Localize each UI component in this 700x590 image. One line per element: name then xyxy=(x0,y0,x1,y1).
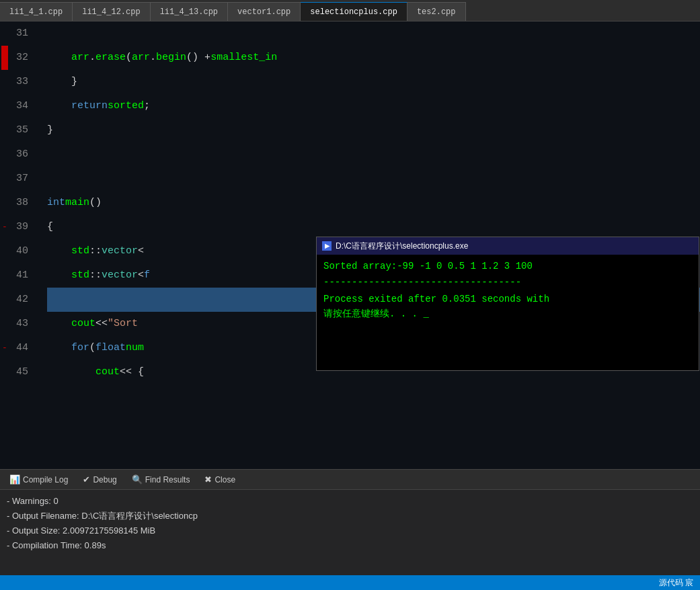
tab-tes2[interactable]: tes2.cpp xyxy=(407,2,466,21)
console-titlebar: ▶ D:\C语言程序设计\selectioncplus.exe xyxy=(317,237,699,255)
code-line-31 xyxy=(47,22,700,46)
code-line-37 xyxy=(47,167,700,191)
find-icon: 🔍 xyxy=(132,474,143,484)
code-line-32: arr.erase(arr.begin() + smallest_in xyxy=(47,46,700,70)
tab-li1-4-12[interactable]: li1_4_12.cpp xyxy=(73,2,150,21)
tab-selectioncplus[interactable]: selectioncplus.cpp xyxy=(301,2,407,21)
editor-area: 31 32 33 34 35 36 37 38 - 39 40 41 42 43… xyxy=(0,22,700,505)
debug-label: Debug xyxy=(93,475,116,484)
tab-li1-4-13[interactable]: li1_4_13.cpp xyxy=(151,2,228,21)
console-icon: ▶ xyxy=(322,241,332,251)
line-num-38: 38 xyxy=(0,191,34,215)
bottom-content: - Warnings: 0 - Output Filename: D:\C语言程… xyxy=(0,490,700,557)
line-num-44: - 44 xyxy=(0,336,34,360)
console-output-3: 请按任意键继续. . . _ xyxy=(323,306,692,321)
line-num-40: 40 xyxy=(0,239,34,263)
status-bar: 源代码 宸 xyxy=(0,575,700,590)
close-label: Close xyxy=(215,475,235,484)
code-line-39: { xyxy=(47,215,700,239)
code-line-34: return sorted; xyxy=(47,94,700,118)
console-title: D:\C语言程序设计\selectioncplus.exe xyxy=(336,241,468,252)
line-num-31: 31 xyxy=(0,22,34,46)
log-line-1: - Warnings: 0 xyxy=(7,494,693,509)
tab-li1-4-1[interactable]: li1_4_1.cpp xyxy=(0,2,73,21)
line-num-36: 36 xyxy=(0,142,34,167)
line-num-43: 43 xyxy=(0,312,34,336)
console-popup: ▶ D:\C语言程序设计\selectioncplus.exe Sorted a… xyxy=(316,237,699,371)
log-line-4: - Compilation Time: 0.89s xyxy=(7,538,693,553)
line-num-32: 32 xyxy=(0,46,34,70)
line-num-37: 37 xyxy=(0,167,34,191)
console-divider: ----------------------------------- xyxy=(323,275,692,290)
tab-vector1[interactable]: vector1.cpp xyxy=(228,2,301,21)
log-line-2: - Output Filename: D:\C语言程序设计\selectionc… xyxy=(7,509,693,523)
line-num-34: 34 xyxy=(0,94,34,118)
code-line-33: } xyxy=(47,70,700,94)
line-numbers: 31 32 33 34 35 36 37 38 - 39 40 41 42 43… xyxy=(0,22,40,505)
line-num-39: - 39 xyxy=(0,215,34,239)
line-num-42: 42 xyxy=(0,288,34,312)
tab-compile-log[interactable]: 📊 Compile Log xyxy=(3,470,75,489)
line-num-41: 41 xyxy=(0,263,34,288)
code-line-38: int main() xyxy=(47,191,700,215)
compile-log-label: Compile Log xyxy=(23,475,68,484)
code-line-35: } xyxy=(47,118,700,142)
console-body[interactable]: Sorted array:-99 -1 0 0.5 1 1.2 3 100 --… xyxy=(317,255,699,370)
line-num-33: 33 xyxy=(0,70,34,94)
log-line-3: - Output Size: 2.00972175598145 MiB xyxy=(7,523,693,538)
line-num-45: 45 xyxy=(0,360,34,384)
tab-close[interactable]: ✖ Close xyxy=(198,470,242,489)
tab-find-results[interactable]: 🔍 Find Results xyxy=(125,470,197,489)
line-num-35: 35 xyxy=(0,118,34,142)
console-output-1: Sorted array:-99 -1 0 0.5 1 1.2 3 100 xyxy=(323,259,692,273)
bottom-panel: 📊 Compile Log ✔ Debug 🔍 Find Results ✖ C… xyxy=(0,469,700,575)
tab-bar: li1_4_1.cpp li1_4_12.cpp li1_4_13.cpp ve… xyxy=(0,0,700,22)
tab-debug[interactable]: ✔ Debug xyxy=(76,470,123,489)
close-icon: ✖ xyxy=(204,474,212,484)
find-results-label: Find Results xyxy=(145,475,190,484)
console-output-2: Process exited after 0.0351 seconds with xyxy=(323,292,692,306)
status-right-text: 源代码 宸 xyxy=(659,577,693,589)
bottom-tabs: 📊 Compile Log ✔ Debug 🔍 Find Results ✖ C… xyxy=(0,470,700,490)
compile-log-icon: 📊 xyxy=(9,474,20,484)
code-line-36 xyxy=(47,142,700,167)
debug-icon: ✔ xyxy=(83,474,90,484)
